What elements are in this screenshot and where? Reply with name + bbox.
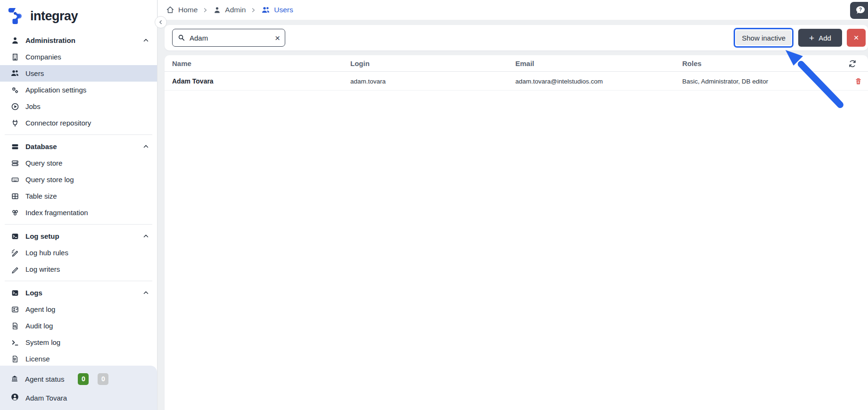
sidebar-item-log-hub-rules[interactable]: Log hub rules — [0, 244, 157, 261]
column-header-name[interactable]: Name — [172, 59, 191, 67]
item-label: Agent log — [25, 305, 55, 313]
item-label: Query store — [25, 159, 62, 167]
svg-text:?: ? — [859, 7, 862, 12]
close-icon: × — [853, 33, 859, 43]
sidebar-divider — [5, 134, 152, 135]
search-icon — [178, 34, 185, 42]
play-circle-icon — [10, 102, 19, 111]
chevron-up-icon[interactable] — [142, 37, 149, 44]
search-input[interactable] — [190, 34, 271, 42]
breadcrumb-users[interactable]: Users — [261, 6, 293, 15]
breadcrumb-bar: Home Admin Users ? — [158, 0, 868, 20]
table-header-row: Name Login Email Roles — [165, 55, 868, 72]
agent-inactive-badge: 0 — [98, 373, 108, 385]
breadcrumb-admin-label: Admin — [225, 6, 246, 14]
section-label: Logs — [25, 289, 42, 297]
sidebar-divider — [5, 281, 152, 281]
search-box[interactable]: × — [172, 29, 285, 47]
show-inactive-button[interactable]: Show inactive — [736, 30, 791, 45]
license-document-icon — [10, 354, 19, 363]
building-icon — [10, 52, 19, 61]
sidebar-section-database[interactable]: Database — [0, 138, 157, 155]
sidebar-item-jobs[interactable]: Jobs — [0, 98, 157, 115]
breadcrumb-users-label: Users — [274, 6, 293, 14]
sidebar-section-log-setup[interactable]: Log setup — [0, 228, 157, 244]
integray-logo-icon — [8, 7, 25, 25]
help-chat-button[interactable]: ? — [850, 2, 868, 19]
chevron-up-icon[interactable] — [142, 143, 149, 150]
current-user-name: Adam Tovara — [25, 394, 67, 402]
current-user-item[interactable]: Adam Tovara — [0, 388, 157, 407]
sidebar-nav: Administration Companies Users — [0, 30, 157, 367]
sidebar-item-log-writers[interactable]: Log writers — [0, 261, 157, 277]
item-label: Application settings — [25, 86, 86, 94]
plus-icon: + — [809, 33, 814, 42]
terminal-prompt-icon — [10, 338, 19, 347]
item-label: Log hub rules — [25, 249, 68, 257]
agent-log-icon — [10, 305, 19, 314]
column-header-roles[interactable]: Roles — [682, 59, 702, 67]
users-icon — [261, 6, 270, 15]
sidebar-item-connector-repository[interactable]: Connector repository — [0, 115, 157, 131]
sidebar-section-logs[interactable]: Logs — [0, 284, 157, 301]
breadcrumb-home[interactable]: Home — [166, 6, 198, 14]
cell-roles: Basic, Administrator, DB editor — [682, 77, 768, 84]
breadcrumb-home-label: Home — [178, 6, 198, 14]
user-avatar-icon — [10, 393, 19, 403]
cell-login: adam.tovara — [350, 77, 386, 84]
chevron-up-icon[interactable] — [142, 233, 149, 240]
chevron-left-icon — [157, 19, 164, 25]
sidebar-item-application-settings[interactable]: Application settings — [0, 82, 157, 98]
sidebar-item-table-size[interactable]: Table size — [0, 188, 157, 204]
delete-row-button[interactable] — [854, 77, 862, 85]
help-bubble-icon: ? — [855, 5, 866, 16]
search-clear-icon[interactable]: × — [275, 33, 280, 42]
sidebar-item-agent-log[interactable]: Agent log — [0, 301, 157, 318]
chevron-right-icon — [202, 7, 208, 13]
sidebar-item-query-store[interactable]: Query store — [0, 155, 157, 171]
add-button-label: Add — [818, 34, 831, 42]
table-icon — [10, 192, 19, 201]
app-window: integray Administration Companies — [0, 0, 868, 410]
sidebar-section-administration[interactable]: Administration — [0, 32, 157, 49]
section-label: Administration — [25, 36, 75, 44]
sidebar-item-query-store-log[interactable]: Query store log — [0, 171, 157, 188]
terminal-filled-icon — [10, 232, 19, 241]
agent-active-badge: 0 — [78, 373, 89, 385]
gears-icon — [10, 85, 19, 94]
item-label: System log — [25, 338, 60, 346]
sidebar-item-system-log[interactable]: System log — [0, 334, 157, 351]
add-button[interactable]: + Add — [798, 29, 842, 47]
item-label: License — [25, 355, 50, 363]
sidebar-divider — [5, 224, 152, 225]
column-header-email[interactable]: Email — [515, 59, 534, 67]
table-row[interactable]: Adam Tovara adam.tovara adam.tovara@inte… — [165, 72, 868, 91]
column-header-login[interactable]: Login — [350, 59, 370, 67]
refresh-icon — [848, 59, 857, 68]
item-label: Query store log — [25, 176, 74, 184]
chevron-up-icon[interactable] — [142, 289, 149, 296]
item-label: Index fragmentation — [25, 209, 88, 217]
pen-rules-icon — [10, 248, 19, 257]
item-label: Connector repository — [25, 119, 91, 127]
server-outline-icon — [10, 159, 19, 167]
sidebar-item-audit-log[interactable]: Audit log — [0, 318, 157, 334]
app-logo[interactable]: integray — [0, 0, 157, 30]
item-label: Log writers — [25, 265, 60, 273]
home-icon — [166, 6, 174, 14]
close-button[interactable]: × — [847, 29, 866, 47]
sidebar-item-index-fragmentation[interactable]: Index fragmentation — [0, 204, 157, 221]
sidebar-item-users[interactable]: Users — [0, 65, 157, 82]
main-area: Home Admin Users ? — [158, 0, 868, 410]
sidebar-collapse-button[interactable] — [155, 16, 167, 28]
sidebar-item-license[interactable]: License — [0, 351, 157, 367]
item-label: Jobs — [25, 102, 41, 110]
agent-status-item[interactable]: Agent status 0 0 — [0, 369, 157, 388]
item-label: Companies — [25, 53, 61, 61]
breadcrumb-admin[interactable]: Admin — [213, 6, 246, 14]
refresh-button[interactable] — [848, 59, 857, 68]
chevron-right-icon — [250, 7, 256, 13]
sidebar: integray Administration Companies — [0, 0, 157, 410]
app-logo-text: integray — [30, 9, 78, 24]
sidebar-item-companies[interactable]: Companies — [0, 49, 157, 65]
